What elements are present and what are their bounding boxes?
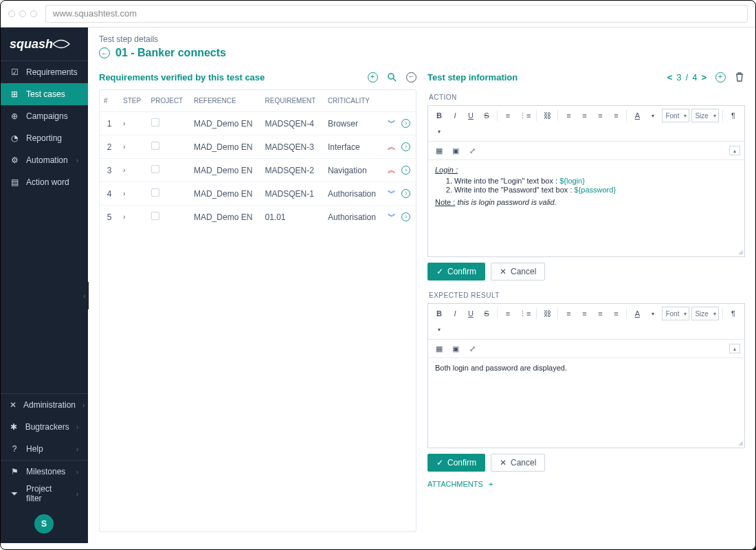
row-action[interactable]: › bbox=[397, 112, 416, 135]
window-dot[interactable] bbox=[8, 10, 15, 17]
strike-button[interactable]: S bbox=[480, 109, 493, 122]
text-color-button[interactable]: A bbox=[630, 109, 644, 122]
table-button[interactable]: ▦ bbox=[432, 144, 446, 157]
window-dot[interactable] bbox=[19, 10, 26, 17]
toolbar-collapse[interactable]: ▴ bbox=[729, 344, 740, 353]
expected-cancel-button[interactable]: ✕Cancel bbox=[491, 454, 545, 472]
resize-grip[interactable]: ◢ bbox=[428, 250, 744, 256]
row-action[interactable]: › bbox=[397, 182, 416, 206]
nav-bugtrackers[interactable]: ✱ Bugtrackers › bbox=[0, 416, 88, 438]
fullscreen-button[interactable]: ⤢ bbox=[465, 144, 479, 157]
align-left-button[interactable]: ≡ bbox=[562, 307, 575, 320]
action-confirm-button[interactable]: ✓Confirm bbox=[427, 263, 485, 280]
image-button[interactable]: ▣ bbox=[449, 342, 463, 355]
avatar[interactable]: S bbox=[34, 514, 54, 534]
remove-requirement-button[interactable]: − bbox=[405, 72, 416, 82]
nav-requirements[interactable]: ☑ Requirements bbox=[0, 61, 88, 83]
format-dropdown[interactable]: ▾ bbox=[432, 124, 446, 138]
row-action[interactable]: › bbox=[397, 135, 416, 159]
expected-confirm-button[interactable]: ✓Confirm bbox=[427, 454, 485, 472]
window-controls bbox=[8, 10, 37, 17]
back-button[interactable]: ← bbox=[99, 47, 110, 58]
add-requirement-button[interactable]: + bbox=[367, 72, 378, 82]
text-color-button[interactable]: A bbox=[630, 307, 644, 320]
nav-help[interactable]: ? Help › bbox=[0, 438, 88, 460]
fullscreen-button[interactable]: ⤢ bbox=[465, 342, 479, 355]
format-button[interactable]: ¶ bbox=[726, 109, 740, 122]
window-dot[interactable] bbox=[30, 10, 37, 17]
size-select[interactable]: Size bbox=[691, 109, 718, 122]
expected-content[interactable]: Both login and password are displayed. bbox=[428, 358, 744, 441]
underline-button[interactable]: U bbox=[464, 109, 478, 122]
link-button[interactable]: ⛓ bbox=[540, 109, 554, 122]
pager-prev[interactable]: < bbox=[667, 72, 673, 82]
text-color-dropdown[interactable]: ▾ bbox=[646, 307, 660, 320]
nav-test-cases[interactable]: ⊞ Test cases bbox=[0, 83, 88, 105]
bullet-list-button[interactable]: ⋮≡ bbox=[517, 307, 533, 320]
align-center-button[interactable]: ≡ bbox=[577, 307, 591, 320]
align-justify-button[interactable]: ≡ bbox=[609, 307, 623, 320]
align-justify-button[interactable]: ≡ bbox=[609, 109, 623, 122]
font-select[interactable]: Font bbox=[662, 109, 689, 122]
nav-automation[interactable]: ⚙ Automation › bbox=[0, 149, 88, 171]
table-row[interactable]: 1›MAD_Demo ENMADSQEN-4Browser︾› bbox=[100, 112, 416, 135]
add-step-button[interactable]: + bbox=[715, 72, 726, 82]
strike-button[interactable]: S bbox=[480, 307, 493, 320]
format-button[interactable]: ¶ bbox=[726, 307, 740, 320]
nav-project-filter[interactable]: ⏷ Project filter › bbox=[0, 483, 88, 505]
underline-button[interactable]: U bbox=[464, 307, 478, 320]
row-action[interactable]: › bbox=[397, 159, 416, 182]
row-checkbox[interactable] bbox=[147, 112, 190, 135]
toolbar-collapse[interactable]: ▴ bbox=[729, 146, 740, 155]
pager-next[interactable]: > bbox=[701, 72, 707, 82]
align-right-button[interactable]: ≡ bbox=[593, 109, 607, 122]
align-center-button[interactable]: ≡ bbox=[577, 109, 591, 122]
resize-grip[interactable]: ◢ bbox=[428, 441, 744, 448]
table-row[interactable]: 3›MAD_Demo ENMADSQEN-2Navigation︽› bbox=[100, 159, 416, 182]
bold-button[interactable]: B bbox=[432, 307, 446, 320]
image-button[interactable]: ▣ bbox=[449, 144, 463, 157]
expected-label: EXPECTED RESULT bbox=[427, 287, 745, 303]
delete-step-button[interactable] bbox=[734, 72, 745, 82]
search-button[interactable] bbox=[386, 72, 397, 82]
add-attachment-button[interactable]: + bbox=[489, 480, 493, 488]
link-button[interactable]: ⛓ bbox=[540, 307, 554, 320]
row-checkbox[interactable] bbox=[147, 206, 190, 229]
table-button[interactable]: ▦ bbox=[432, 342, 446, 355]
size-select[interactable]: Size bbox=[691, 307, 718, 320]
italic-button[interactable]: I bbox=[448, 109, 462, 122]
table-row[interactable]: 4›MAD_Demo ENMADSQEN-1Authorisation︾› bbox=[100, 182, 416, 206]
nav-action-word[interactable]: ▤ Action word bbox=[0, 171, 88, 193]
italic-button[interactable]: I bbox=[448, 307, 462, 320]
font-select[interactable]: Font bbox=[662, 307, 689, 320]
nav-label: Automation bbox=[26, 155, 68, 165]
action-content[interactable]: Login : Write into the "Login" text box … bbox=[428, 160, 744, 250]
expand-icon[interactable]: › bbox=[119, 135, 147, 159]
table-row[interactable]: 2›MAD_Demo ENMADSQEN-3Interface︽› bbox=[100, 135, 416, 159]
sidebar-collapse[interactable]: ‹ bbox=[80, 282, 89, 309]
expand-icon[interactable]: › bbox=[119, 206, 147, 229]
bold-button[interactable]: B bbox=[432, 109, 446, 122]
align-left-button[interactable]: ≡ bbox=[562, 109, 575, 122]
align-right-button[interactable]: ≡ bbox=[593, 307, 607, 320]
expand-icon[interactable]: › bbox=[119, 112, 147, 135]
row-checkbox[interactable] bbox=[147, 182, 190, 206]
expand-icon[interactable]: › bbox=[119, 182, 147, 206]
nav-campaigns[interactable]: ⊕ Campaigns bbox=[0, 105, 88, 127]
numbered-list-button[interactable]: ≡ bbox=[501, 307, 515, 320]
row-action[interactable]: › bbox=[397, 206, 416, 229]
expand-icon[interactable]: › bbox=[119, 159, 147, 182]
nav-administration[interactable]: ✕ Administration › bbox=[0, 394, 88, 416]
table-row[interactable]: 5›MAD_Demo EN01.01Authorisation︾› bbox=[100, 206, 416, 229]
url-bar[interactable]: www.squashtest.com bbox=[45, 5, 748, 23]
numbered-list-button[interactable]: ≡ bbox=[501, 109, 515, 122]
row-requirement: Navigation bbox=[324, 159, 383, 182]
nav-reporting[interactable]: ◔ Reporting bbox=[0, 127, 88, 149]
nav-milestones[interactable]: ⚑ Milestones › bbox=[0, 461, 88, 483]
row-checkbox[interactable] bbox=[147, 159, 190, 182]
action-cancel-button[interactable]: ✕Cancel bbox=[491, 263, 545, 280]
row-checkbox[interactable] bbox=[147, 135, 190, 159]
bullet-list-button[interactable]: ⋮≡ bbox=[517, 109, 533, 122]
text-color-dropdown[interactable]: ▾ bbox=[646, 109, 660, 122]
format-dropdown[interactable]: ▾ bbox=[432, 322, 446, 336]
